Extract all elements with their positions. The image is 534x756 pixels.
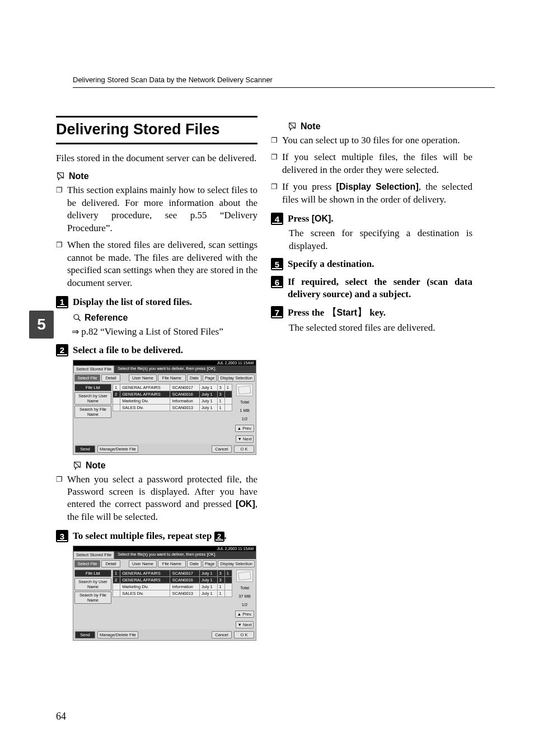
table-row: SALES Div.SCAN0013July 11 (113, 590, 232, 597)
reference-body: ⇒ p.82 “Viewing a List of Stored Files” (72, 326, 257, 338)
shot-top-tab: Select Stored File (73, 551, 114, 559)
shot-manage-btn: Manage/Delete File (97, 631, 138, 638)
shot-side-search-file: Search by File Name (74, 406, 111, 418)
running-header: Delivering Stored Scan Data by the Netwo… (73, 76, 495, 88)
shot-side-search-user: Search by User Name (74, 392, 111, 405)
shot-col-page: Page (203, 374, 217, 382)
note-label-1: Note (69, 171, 89, 181)
note-list-2: When you select a password protected fil… (56, 473, 257, 524)
step-7-body: The selected stored files are delivered. (289, 322, 472, 334)
shot-ok-btn: O K (234, 445, 254, 453)
shot-display-selection: Display Selection (218, 374, 255, 382)
step-number-7: 7 (271, 306, 283, 318)
shot-timestamp: JUL 2,2003 11:15AM (217, 361, 254, 365)
shot-col-date: Date (187, 560, 202, 567)
intro-paragraph: Files stored in the document server can … (56, 152, 257, 165)
shot-select-file-tab: Select File (74, 374, 100, 382)
step-4-body: The screen for specifying a destination … (289, 227, 472, 252)
step-number-5: 5 (271, 258, 283, 270)
shot-table: 1GENERAL AFFAIRSSCAN0017July 131 2GENERA… (113, 570, 232, 597)
shot-side-filelist: File List (74, 384, 111, 391)
step-3-text: To select multiple files, repeat step 2. (73, 530, 257, 542)
shot-total-label: Total (240, 400, 249, 405)
shot-doc-icon (236, 570, 253, 582)
shot-top-msg: Select the file(s) you want to deliver, … (114, 551, 256, 559)
shot-next: ▼ Next (236, 621, 254, 628)
note-item: You can select up to 30 files for one op… (271, 134, 472, 147)
ok-label: [OK] (236, 499, 255, 509)
shot-col-username: User Name (129, 374, 157, 382)
shot-prev: ▲ Prev. (235, 425, 254, 432)
shot-display-selection: Display Selection (218, 560, 255, 567)
table-row: 2GENERAL AFFAIRSSCAN0016July 13 (113, 391, 232, 397)
shot-prev: ▲ Prev. (235, 611, 254, 618)
note-label-3: Note (301, 121, 321, 132)
shot-col-date: Date (187, 374, 202, 382)
table-row: Marketing Div.InformationJuly 11 (113, 397, 232, 404)
shot-send-btn: Send (75, 631, 95, 638)
note-item: When the stored files are delivered, sca… (56, 239, 257, 289)
note-icon (73, 461, 83, 471)
step-5-text: Specify a destination. (288, 258, 472, 270)
note-label-2: Note (86, 461, 106, 471)
shot-cancel-btn: Cancel (212, 445, 232, 453)
step-number-6: 6 (271, 276, 283, 288)
shot-side-search-user: Search by User Name (74, 578, 111, 590)
section-title: Delivering Stored Files (56, 116, 257, 144)
table-row: SALES Div.SCAN0013July 11 (113, 404, 232, 411)
shot-detail-tab: Detail (101, 374, 120, 382)
note-list-1: This section explains mainly how to sele… (56, 184, 257, 289)
note-list-3: You can select up to 30 files for one op… (271, 134, 472, 206)
step-7-text: Press the Start key. (288, 306, 472, 319)
chapter-tab: 5 (29, 311, 54, 339)
table-row: 1GENERAL AFFAIRSSCAN0017July 131 (113, 384, 232, 391)
note-icon (56, 171, 66, 181)
note-item: This section explains mainly how to sele… (56, 184, 257, 234)
shot-table: 1GENERAL AFFAIRSSCAN0017July 131 2GENERA… (113, 384, 232, 411)
shot-detail-tab: Detail (101, 560, 120, 567)
note-item: If you press [Display Selection], the se… (271, 181, 472, 206)
shot-top-tab: Select Stored File (73, 365, 114, 373)
svg-point-0 (74, 314, 79, 320)
reference-label: Reference (85, 313, 128, 323)
note-item: When you select a password protected fil… (56, 473, 257, 524)
step-number-2: 2 (56, 344, 68, 356)
step-number-3: 3 (56, 530, 68, 542)
shot-col-page: Page (203, 560, 217, 567)
shot-top-msg: Select the file(s) you want to deliver, … (114, 365, 256, 373)
shot-ok-btn: O K (234, 631, 254, 638)
table-row: 1GENERAL AFFAIRSSCAN0017July 131 (113, 570, 232, 577)
step-6-text: If required, select the sender (scan dat… (288, 276, 472, 300)
shot-col-username: User Name (129, 560, 157, 567)
display-selection-label: [Display Selection] (336, 182, 419, 191)
table-row: 2GENERAL AFFAIRSSCAN0016July 13 (113, 577, 232, 584)
shot-side-filelist: File List (74, 570, 111, 577)
device-screenshot-a: JUL 2,2003 11:15AM Select Stored File Se… (73, 360, 256, 455)
shot-col-filename: File Name (158, 374, 186, 382)
shot-col-filename: File Name (158, 560, 186, 567)
page-number: 64 (56, 711, 66, 722)
shot-page-indicator: 1/2 (242, 602, 247, 607)
start-hardkey: Start (327, 308, 367, 317)
reference-arrow-icon: ⇒ (72, 327, 79, 336)
shot-side-search-file: Search by File Name (74, 591, 111, 604)
shot-next: ▼ Next (236, 435, 254, 443)
step-number-1: 1 (56, 296, 68, 308)
note-icon (288, 121, 298, 132)
svg-line-1 (78, 319, 81, 321)
shot-page-indicator: 1/2 (242, 416, 247, 421)
shot-doc-icon (236, 384, 253, 396)
step-number-4: 4 (271, 213, 283, 225)
step-ref-2: 2 (214, 532, 224, 542)
shot-send-btn: Send (75, 445, 95, 453)
table-row: Marketing Div.InformationJuly 11 (113, 584, 232, 590)
shot-total-label: Total (240, 585, 249, 590)
note-item: If you select multiple files, the files … (271, 151, 472, 176)
device-screenshot-b: JUL 2,2003 11:15AM Select Stored File Se… (73, 546, 256, 641)
shot-cancel-btn: Cancel (212, 631, 232, 638)
step-1-text: Display the list of stored files. (73, 296, 257, 308)
shot-total-value: 37 MB (238, 594, 251, 599)
shot-manage-btn: Manage/Delete File (97, 445, 138, 453)
ok-label: [OK] (312, 214, 331, 223)
reference-icon (73, 313, 82, 322)
